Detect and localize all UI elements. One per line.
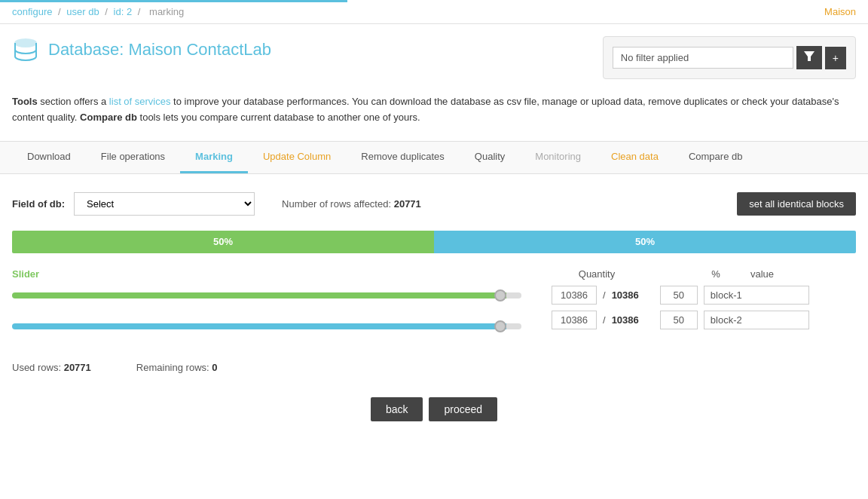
tab-marking[interactable]: Marking [180, 142, 248, 173]
top-bar: configure / user db / id: 2 / marking Ma… [0, 0, 868, 24]
tab-monitoring: Monitoring [520, 142, 596, 173]
stats-row: Used rows: 20771 Remaining rows: 0 [12, 362, 856, 373]
qty-header: Quantity [552, 268, 642, 280]
val-header: value [750, 268, 856, 280]
description: Tools section offers a list of services … [0, 85, 868, 135]
filter-button[interactable] [796, 46, 822, 69]
val-input-1[interactable] [704, 286, 809, 305]
plus-icon: + [833, 52, 839, 64]
compare-db-bold: Compare db [80, 112, 137, 123]
qty-total-1: 10386 [612, 289, 639, 301]
slider-left: Slider [12, 268, 521, 344]
breadcrumb: configure / user db / id: 2 / marking [12, 6, 187, 17]
qty-divider-1: / [603, 289, 606, 301]
filter-select[interactable]: No filter applied [613, 47, 793, 69]
val-input-2[interactable] [704, 311, 809, 329]
quantity-table: Quantity % value / 10386 / 10386 [552, 268, 856, 335]
filter-area: No filter applied + [603, 36, 856, 79]
header-area: Database: Maison ContactLab No filter ap… [0, 24, 868, 85]
breadcrumb-current: marking [149, 6, 184, 17]
breadcrumb-configure[interactable]: configure [12, 6, 52, 17]
quantity-row-1: / 10386 [552, 286, 856, 305]
slider-green[interactable] [12, 292, 521, 298]
slider-track-1 [12, 289, 521, 308]
pct-input-1[interactable] [660, 286, 698, 305]
rows-affected: Number of rows affected: 20771 [282, 198, 421, 210]
tab-compare-db[interactable]: Compare db [674, 142, 758, 173]
qty-input-1[interactable] [552, 286, 597, 305]
quantity-row-2: / 10386 [552, 311, 856, 329]
tabs: Download File operations Marking Update … [12, 142, 856, 173]
tabs-container: Download File operations Marking Update … [0, 141, 868, 174]
qty-divider-2: / [603, 314, 606, 326]
tools-bold: Tools [12, 96, 38, 107]
bottom-buttons: back proceed [12, 397, 856, 436]
qty-total-2: 10386 [612, 314, 639, 326]
funnel-icon [804, 51, 815, 62]
field-of-db-select[interactable]: Select [74, 192, 255, 216]
field-row: Field of db: Select Number of rows affec… [12, 192, 856, 216]
slider-blue[interactable] [12, 323, 521, 329]
main-content: Field of db: Select Number of rows affec… [0, 174, 868, 455]
progress-bar: 50% 50% [12, 231, 856, 253]
add-filter-button[interactable]: + [825, 47, 846, 69]
qty-input-2[interactable] [552, 311, 597, 329]
pct-input-2[interactable] [660, 311, 698, 329]
tab-update-column[interactable]: Update Column [248, 142, 346, 173]
tab-remove-duplicates[interactable]: Remove duplicates [346, 142, 460, 173]
slider-track-2 [12, 320, 521, 332]
field-of-db-label: Field of db: [12, 198, 65, 210]
svg-point-0 [15, 39, 36, 47]
field-row-left: Field of db: Select Number of rows affec… [12, 192, 421, 216]
svg-marker-1 [804, 51, 815, 61]
user-name: Maison [824, 6, 856, 17]
breadcrumb-id[interactable]: id: 2 [114, 6, 133, 17]
used-rows: Used rows: 20771 [12, 362, 91, 373]
database-icon [12, 36, 39, 63]
slider-label: Slider [12, 268, 521, 280]
tab-file-operations[interactable]: File operations [86, 142, 180, 173]
tab-quality[interactable]: Quality [460, 142, 520, 173]
set-blocks-button[interactable]: set all identical blocks [737, 192, 856, 216]
tab-clean-data[interactable]: Clean data [596, 142, 674, 173]
progress-green: 50% [12, 231, 434, 253]
db-title-text: Database: Maison ContactLab [48, 40, 271, 60]
tab-download[interactable]: Download [12, 142, 86, 173]
back-button[interactable]: back [371, 397, 423, 421]
slider-section: Slider Quantity % value / 10386 [12, 268, 856, 344]
progress-blue: 50% [434, 231, 856, 253]
quantity-header: Quantity % value [552, 268, 856, 280]
proceed-button[interactable]: proceed [429, 397, 497, 421]
db-title: Database: Maison ContactLab [12, 36, 271, 63]
remaining-rows: Remaining rows: 0 [136, 362, 218, 373]
pct-header: % [693, 268, 738, 280]
breadcrumb-userdb[interactable]: user db [66, 6, 99, 17]
list-services-link[interactable]: list of services [109, 96, 171, 107]
